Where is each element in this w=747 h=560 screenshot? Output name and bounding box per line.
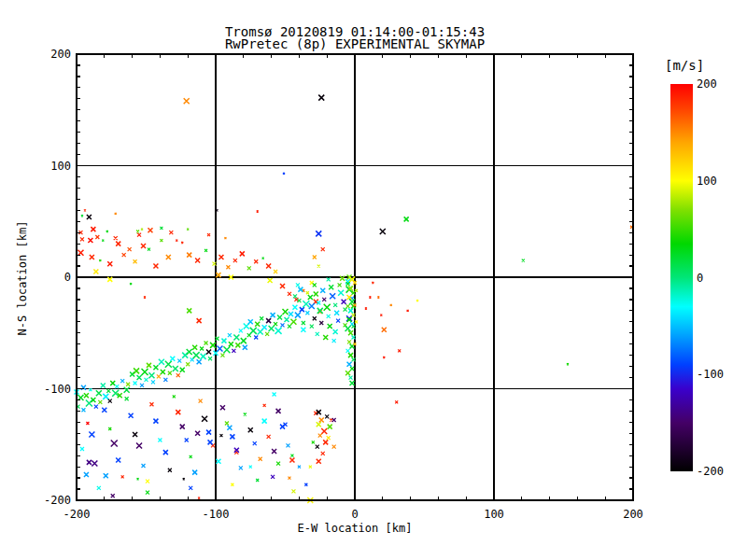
data-point bbox=[148, 248, 150, 251]
data-point bbox=[288, 292, 291, 296]
data-point bbox=[95, 235, 99, 239]
data-point bbox=[333, 303, 337, 307]
data-point bbox=[96, 390, 102, 396]
data-point bbox=[92, 461, 97, 467]
y-axis-label: N-S location [km] bbox=[16, 185, 29, 371]
data-point bbox=[239, 466, 243, 469]
data-point bbox=[134, 368, 139, 373]
data-point bbox=[80, 447, 84, 451]
data-point bbox=[170, 357, 175, 361]
data-point bbox=[302, 321, 305, 325]
data-point bbox=[377, 297, 379, 299]
data-point bbox=[241, 338, 247, 343]
data-point bbox=[256, 479, 259, 482]
data-point bbox=[227, 426, 232, 430]
data-point bbox=[207, 233, 210, 236]
data-point bbox=[136, 442, 142, 448]
data-point bbox=[187, 308, 191, 313]
data-point bbox=[220, 405, 225, 410]
data-point bbox=[199, 399, 203, 403]
data-point bbox=[183, 478, 185, 480]
data-point bbox=[153, 264, 158, 269]
data-point bbox=[321, 247, 325, 251]
data-point bbox=[88, 238, 92, 243]
data-point bbox=[160, 239, 162, 242]
data-point bbox=[249, 466, 252, 469]
data-point bbox=[271, 313, 275, 317]
data-point bbox=[107, 277, 112, 282]
data-point bbox=[181, 242, 183, 244]
data-point bbox=[232, 349, 235, 353]
data-point bbox=[346, 304, 350, 308]
data-point bbox=[323, 335, 328, 340]
data-point bbox=[308, 295, 313, 300]
data-point bbox=[298, 466, 301, 469]
data-point bbox=[390, 304, 392, 306]
data-point bbox=[97, 486, 101, 490]
data-point bbox=[158, 438, 162, 441]
data-point bbox=[349, 376, 353, 380]
data-point bbox=[325, 414, 329, 418]
data-point bbox=[290, 319, 296, 325]
data-point bbox=[316, 445, 319, 449]
data-point bbox=[268, 278, 273, 283]
data-point bbox=[116, 457, 120, 462]
data-point bbox=[312, 441, 315, 443]
data-point bbox=[243, 345, 247, 350]
data-point bbox=[169, 231, 173, 234]
data-point bbox=[180, 425, 185, 429]
data-point bbox=[225, 422, 229, 426]
data-point bbox=[274, 270, 277, 273]
data-point bbox=[200, 346, 204, 350]
data-point bbox=[192, 345, 197, 350]
data-point bbox=[342, 300, 346, 304]
data-point bbox=[395, 400, 398, 403]
data-point bbox=[321, 452, 325, 455]
data-point bbox=[144, 297, 146, 299]
data-point bbox=[273, 392, 276, 396]
data-point bbox=[323, 440, 328, 444]
data-point bbox=[286, 443, 289, 447]
data-point bbox=[128, 247, 132, 251]
data-point bbox=[145, 378, 148, 382]
data-point bbox=[168, 469, 172, 472]
data-point bbox=[208, 357, 212, 360]
data-point bbox=[244, 324, 249, 329]
data-point bbox=[99, 259, 101, 261]
data-point bbox=[316, 231, 321, 236]
data-point bbox=[87, 460, 92, 465]
y-tick-label: 0 bbox=[64, 272, 71, 283]
data-point bbox=[309, 466, 312, 469]
data-point bbox=[332, 339, 336, 343]
data-point bbox=[186, 362, 190, 366]
data-point bbox=[185, 438, 189, 441]
data-point bbox=[230, 434, 234, 439]
data-point bbox=[165, 361, 172, 368]
data-point bbox=[157, 374, 161, 378]
data-point bbox=[142, 369, 148, 375]
data-point bbox=[271, 475, 275, 479]
data-point bbox=[253, 441, 257, 445]
data-point bbox=[233, 335, 239, 341]
data-point bbox=[310, 325, 314, 329]
data-point bbox=[320, 288, 325, 293]
data-point bbox=[218, 255, 223, 259]
data-point bbox=[173, 395, 176, 398]
data-point bbox=[295, 313, 301, 318]
data-point bbox=[89, 431, 94, 437]
data-point bbox=[193, 352, 200, 358]
data-point bbox=[80, 237, 84, 241]
data-point bbox=[216, 273, 220, 277]
data-point bbox=[176, 373, 180, 377]
data-point bbox=[380, 315, 382, 316]
colorbar-tick-label: 100 bbox=[697, 175, 717, 187]
skymap-plot-canvas bbox=[0, 0, 747, 560]
data-point bbox=[296, 283, 300, 287]
data-point bbox=[168, 371, 172, 375]
skymap-figure: Tromsø 20120819 01:14:00-01:15:43 RwPret… bbox=[0, 0, 747, 560]
data-point bbox=[257, 210, 259, 212]
data-point bbox=[121, 475, 124, 478]
data-point bbox=[201, 354, 206, 359]
data-point bbox=[216, 459, 220, 464]
data-point bbox=[332, 418, 336, 422]
